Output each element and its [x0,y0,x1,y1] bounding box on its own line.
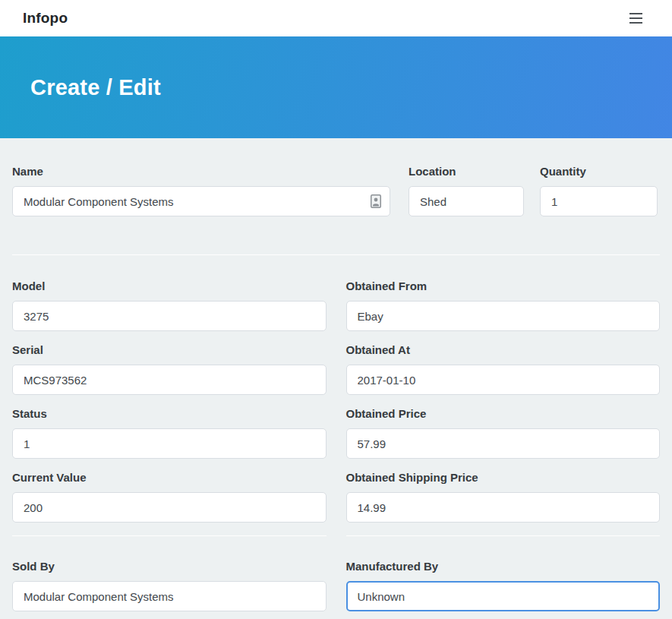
model-label: Model [12,280,327,292]
obtained-from-label: Obtained From [346,280,661,292]
obtained-at-field-group: Obtained At [346,344,661,395]
sold-by-input[interactable] [12,581,327,611]
quantity-input[interactable] [540,186,658,216]
section-divider [12,254,660,255]
obtained-at-label: Obtained At [346,344,661,355]
obtained-shipping-price-input[interactable] [346,492,661,523]
obtained-shipping-price-label: Obtained Shipping Price [346,472,661,483]
location-input[interactable] [409,186,524,216]
serial-field-group: Serial [12,344,327,395]
serial-label: Serial [12,344,327,355]
name-field-group: Name [12,166,390,216]
page-header: Create / Edit [0,36,672,138]
obtained-price-label: Obtained Price [346,408,661,419]
serial-input[interactable] [12,365,327,395]
status-label: Status [12,408,327,419]
hamburger-menu-icon [629,13,642,14]
current-value-field-group: Current Value [12,472,327,523]
hamburger-menu-icon [629,17,642,19]
left-column-divider [12,535,327,536]
obtained-shipping-price-field-group: Obtained Shipping Price [346,472,661,523]
status-input[interactable] [12,428,327,459]
brand-link[interactable]: Infopo [23,10,68,27]
sold-by-field-group: Sold By [12,561,327,611]
current-value-label: Current Value [12,472,327,483]
obtained-from-field-group: Obtained From [346,280,661,331]
right-column-divider [346,535,661,536]
location-field-group: Location [409,166,524,216]
manufactured-by-input[interactable] [346,581,661,611]
page-title: Create / Edit [30,75,161,100]
location-label: Location [409,166,524,177]
top-field-row: Name Location Quantity [12,166,660,229]
manufactured-by-label: Manufactured By [346,561,661,572]
left-column: Model Serial Status Current Value Sold B… [12,280,327,619]
obtained-from-input[interactable] [346,301,661,331]
current-value-input[interactable] [12,492,327,523]
name-label: Name [12,166,390,177]
quantity-label: Quantity [540,166,658,177]
detail-columns: Model Serial Status Current Value Sold B… [12,280,660,619]
status-field-group: Status [12,408,327,459]
right-column: Obtained From Obtained At Obtained Price… [346,280,661,619]
navbar: Infopo [0,0,672,36]
obtained-at-input[interactable] [346,365,661,395]
model-input[interactable] [12,301,327,331]
sold-by-label: Sold By [12,561,327,572]
autofill-contact-icon[interactable] [371,194,381,208]
name-input[interactable] [12,186,390,216]
hamburger-menu-icon [629,22,642,24]
model-field-group: Model [12,280,327,331]
obtained-price-input[interactable] [346,428,661,459]
quantity-field-group: Quantity [540,166,658,216]
form-content: Name Location Quantity Model [0,138,672,619]
navbar-toggler-button[interactable] [629,10,642,27]
obtained-price-field-group: Obtained Price [346,408,661,459]
manufactured-by-field-group: Manufactured By [346,561,661,611]
